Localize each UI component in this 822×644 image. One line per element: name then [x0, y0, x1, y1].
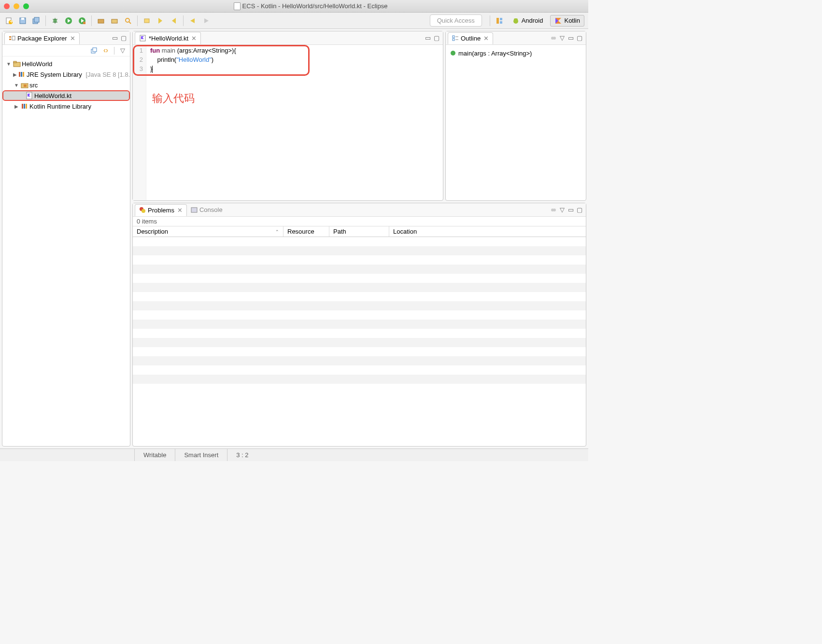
save-all-button[interactable]	[31, 15, 42, 26]
run-last-button[interactable]	[77, 15, 87, 26]
table-row	[133, 356, 586, 365]
run-button[interactable]	[63, 15, 74, 26]
search-button[interactable]	[123, 15, 133, 26]
column-header-location[interactable]: Location	[389, 226, 586, 237]
quick-access-input[interactable]: Quick Access	[430, 14, 482, 27]
problems-tab[interactable]: Problems ✕	[135, 204, 187, 216]
annotation-text: 输入代码	[152, 91, 195, 106]
table-row	[133, 375, 586, 384]
minimize-view-button[interactable]: ▭	[567, 34, 575, 42]
tree-jre-library[interactable]: ▶ JRE System Library [Java SE 8 [1.8.0	[2, 69, 130, 80]
table-row	[133, 265, 586, 274]
minimize-view-button[interactable]: ▭	[567, 206, 575, 214]
forward-button[interactable]	[201, 15, 212, 26]
android-perspective-button[interactable]: Android	[508, 15, 548, 27]
column-header-path[interactable]: Path	[329, 226, 389, 237]
status-bar: Writable Smart Insert 3 : 2	[0, 448, 588, 461]
code-keyword: fun	[150, 47, 160, 54]
svg-marker-23	[190, 18, 195, 23]
tree-src-label: src	[29, 82, 38, 89]
maximize-view-button[interactable]: ▢	[119, 34, 128, 42]
focus-button[interactable]	[549, 34, 558, 42]
svg-rect-4	[21, 18, 24, 20]
link-editor-button[interactable]	[101, 46, 110, 55]
table-row	[133, 274, 586, 283]
android-perspective-label: Android	[522, 17, 543, 24]
tree-file-helloworld[interactable]: HelloWorld.kt	[2, 90, 130, 101]
minimize-view-button[interactable]: ▭	[111, 34, 119, 42]
tree-jre-suffix	[83, 71, 85, 78]
minimize-view-button[interactable]: ▭	[424, 34, 432, 42]
window-titlebar: ECS - Kotlin - HelloWorld/src/HelloWorld…	[0, 0, 588, 13]
maximize-window-button[interactable]	[23, 3, 29, 9]
tree-project[interactable]: ▼ HelloWorld	[2, 58, 130, 69]
editor-tab-helloworld[interactable]: *HelloWorld.kt ✕	[135, 32, 201, 44]
minimize-window-button[interactable]	[14, 3, 19, 9]
table-row	[133, 365, 586, 375]
close-tab-icon[interactable]: ✕	[191, 35, 197, 42]
toolbar-separator	[490, 15, 490, 26]
table-row	[133, 255, 586, 265]
code-fn-name: main	[162, 47, 175, 54]
maximize-view-button[interactable]: ▢	[575, 34, 584, 42]
maximize-view-button[interactable]: ▢	[575, 206, 584, 214]
tree-kotlin-runtime[interactable]: ▶ Kotlin Runtime Library	[2, 101, 130, 112]
tree-src-folder[interactable]: ▼ src	[2, 80, 130, 90]
console-tab[interactable]: Console	[187, 204, 227, 215]
problems-table[interactable]: Description ⌃ Resource Path Location	[133, 226, 586, 446]
debug-button[interactable]	[50, 15, 60, 26]
view-menu-button[interactable]: ▽	[118, 46, 127, 55]
close-window-button[interactable]	[4, 3, 10, 9]
package-explorer-tab[interactable]: Package Explorer ✕	[4, 32, 80, 44]
close-tab-icon[interactable]: ✕	[177, 207, 183, 214]
back-button[interactable]	[187, 15, 198, 26]
outline-tab-label: Outline	[461, 35, 481, 42]
view-menu-button[interactable]: ▽	[558, 34, 567, 42]
code-editor[interactable]: 1 2 3 fun main (args:Array<String>){ pri…	[133, 45, 443, 200]
kotlin-perspective-button[interactable]: Kotlin	[550, 15, 584, 27]
outline-panel: Outline ✕ ▽ ▭ ▢ main(args : Array<String…	[445, 31, 586, 201]
close-tab-icon[interactable]: ✕	[483, 35, 489, 42]
tree-kotlin-rt-label: Kotlin Runtime Library	[29, 103, 91, 110]
save-button[interactable]	[17, 15, 28, 26]
chevron-right-icon[interactable]: ▶	[13, 103, 20, 110]
table-row	[133, 347, 586, 356]
code-area[interactable]: fun main (args:Array<String>){ println("…	[146, 45, 239, 200]
open-type-button[interactable]	[109, 15, 120, 26]
view-menu-button[interactable]: ▽	[558, 206, 567, 214]
package-explorer-toolbar: ▽	[2, 45, 130, 56]
library-icon	[18, 70, 26, 78]
column-label: Description	[137, 228, 168, 235]
new-button[interactable]: +	[4, 15, 14, 26]
collapse-all-button[interactable]	[90, 46, 99, 55]
open-perspective-button[interactable]	[494, 15, 505, 26]
toggle-mark-button[interactable]	[142, 15, 152, 26]
chevron-right-icon[interactable]: ▶	[13, 71, 17, 78]
editor-gutter[interactable]: 1 2 3	[133, 45, 146, 200]
toolbar-separator	[91, 15, 92, 26]
code-sig: (args:Array<String>){	[175, 47, 236, 54]
tree-file-label: HelloWorld.kt	[34, 92, 71, 99]
outline-tab[interactable]: Outline ✕	[448, 32, 493, 44]
new-package-button[interactable]	[96, 15, 106, 26]
kotlin-perspective-label: Kotlin	[564, 17, 580, 24]
column-header-description[interactable]: Description ⌃	[133, 226, 283, 237]
outline-item-main[interactable]: main(args : Array<String>)	[451, 48, 581, 58]
svg-rect-33	[9, 39, 11, 40]
close-tab-icon[interactable]: ✕	[70, 35, 75, 42]
column-header-resource[interactable]: Resource	[283, 226, 329, 237]
svg-text:+: +	[10, 18, 14, 25]
outline-tree[interactable]: main(args : Array<String>)	[446, 45, 586, 61]
package-explorer-tab-label: Package Explorer	[17, 35, 67, 42]
chevron-down-icon[interactable]: ▼	[5, 60, 12, 67]
console-tab-label: Console	[199, 206, 223, 213]
line-number: 3	[133, 64, 143, 73]
focus-button[interactable]	[549, 206, 558, 214]
chevron-down-icon[interactable]: ▼	[13, 82, 20, 88]
prev-annotation-button[interactable]	[169, 15, 179, 26]
package-explorer-tree[interactable]: ▼ HelloWorld ▶ JRE System Library [Java …	[2, 56, 130, 446]
tree-jre-suffix-text: [Java SE 8 [1.8.0	[86, 71, 130, 78]
next-annotation-button[interactable]	[155, 15, 166, 26]
maximize-view-button[interactable]: ▢	[432, 34, 441, 42]
svg-rect-46	[22, 104, 23, 109]
